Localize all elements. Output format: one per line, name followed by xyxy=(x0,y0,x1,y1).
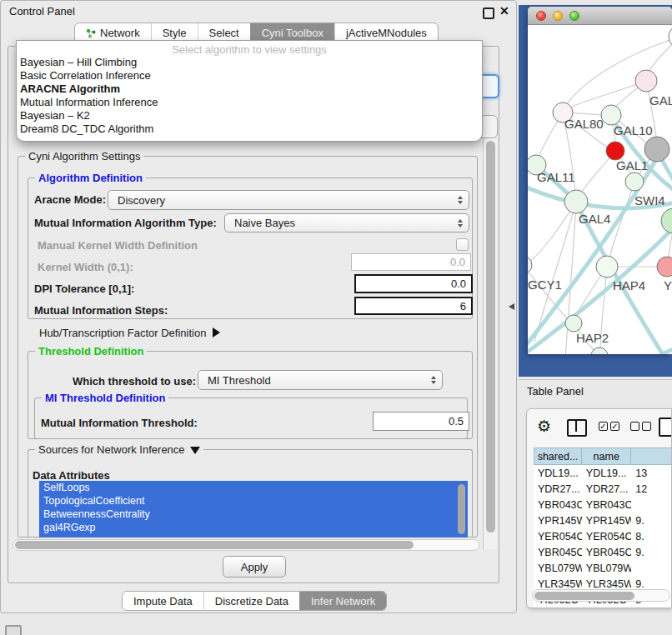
network-node-swi4[interactable] xyxy=(661,208,672,233)
node-label: HAP2 xyxy=(576,331,609,345)
manual-kernel-width-label: Manual Kernel Width Definition xyxy=(38,239,198,252)
network-node[interactable] xyxy=(591,348,608,354)
table-cell: YDR27... xyxy=(534,481,582,497)
mouse-cursor xyxy=(509,303,514,310)
node-label: SWI4 xyxy=(634,193,665,208)
network-node-gal4[interactable] xyxy=(564,190,588,213)
data-attribute-item[interactable]: SelfLoops xyxy=(39,481,468,494)
network-edge xyxy=(647,37,672,75)
algorithm-option[interactable]: Mutual Information Inference xyxy=(17,96,482,109)
control-panel-title: Control Panel xyxy=(9,5,75,18)
table-cell: YPR145W xyxy=(582,512,631,528)
which-threshold-value: MI Threshold xyxy=(208,374,271,387)
network-canvas[interactable]: GALGAL80GAL10GAL1GAL11GAL4SWI4GCY1HAP4YH… xyxy=(528,25,672,354)
select-all-checkbox-icon[interactable]: ✓ xyxy=(599,422,608,431)
table-hscrollbar[interactable] xyxy=(532,589,670,602)
data-attributes-list: SelfLoopsTopologicalCoefficientBetweenne… xyxy=(39,481,468,538)
table-cell: 8. xyxy=(631,528,672,544)
table-row[interactable]: YDR27...YDR27...12 xyxy=(534,481,672,497)
mi-steps-input[interactable]: 6 xyxy=(354,297,473,315)
network-node[interactable] xyxy=(644,137,669,162)
deselect-all-checkbox-icon[interactable] xyxy=(630,422,639,431)
network-node-hap4[interactable] xyxy=(596,256,618,278)
tab-infer-network[interactable]: Infer Network xyxy=(299,592,386,610)
network-window-titlebar[interactable] xyxy=(528,7,672,25)
gear-icon[interactable]: ⚙ xyxy=(537,417,551,436)
algorithm-option[interactable]: Basic Correlation Inference xyxy=(17,69,482,82)
settings-hscrollbar[interactable] xyxy=(13,539,479,551)
mi-threshold-input[interactable]: 0.5 xyxy=(373,412,469,431)
node-label: GAL xyxy=(649,93,672,108)
network-node[interactable] xyxy=(669,25,672,48)
tab-discretize-data[interactable]: Discretize Data xyxy=(203,592,299,610)
table-cell: YBR045C xyxy=(534,544,582,560)
network-node-gcy1[interactable] xyxy=(528,256,532,274)
column-selector-icon[interactable] xyxy=(567,419,587,437)
column-header[interactable]: name xyxy=(582,448,631,465)
manual-kernel-width-checkbox xyxy=(456,238,469,251)
expander-right-icon xyxy=(213,328,220,338)
table-row[interactable]: YBR045CYBR045C9. xyxy=(534,544,672,560)
settings-hscrollbar-thumb[interactable] xyxy=(15,541,414,549)
data-attribute-item[interactable]: TopologicalCoefficient xyxy=(39,494,468,508)
network-edge xyxy=(528,265,567,318)
which-threshold-label: Which threshold to use: xyxy=(73,375,196,388)
data-attribute-item[interactable]: BetweennessCentrality xyxy=(39,508,468,521)
apply-button[interactable]: Apply xyxy=(223,556,286,578)
minimize-traffic-light-icon[interactable] xyxy=(553,11,563,21)
algorithm-option[interactable]: Bayesian – Hill Climbing xyxy=(17,56,482,69)
minimized-panel-icon[interactable] xyxy=(5,625,22,635)
mi-algorithm-type-label: Mutual Information Algorithm Type: xyxy=(34,217,217,229)
table-cell: YDR27... xyxy=(582,481,631,497)
network-node-y[interactable] xyxy=(657,257,672,277)
algorithm-option[interactable]: ARACNE Algorithm xyxy=(17,82,482,96)
network-edge-highlighted xyxy=(628,347,672,354)
network-node-gal10[interactable] xyxy=(601,105,621,125)
settings-vscrollbar[interactable] xyxy=(483,136,497,549)
export-table-icon[interactable] xyxy=(659,418,672,437)
close-traffic-light-icon[interactable] xyxy=(536,11,546,21)
algorithm-dropdown-prompt: Select algorithm to view settings xyxy=(17,41,482,56)
spinner-arrows-icon xyxy=(458,196,463,204)
algorithm-option[interactable]: Bayesian – K2 xyxy=(17,109,482,122)
network-node[interactable] xyxy=(625,172,644,191)
dpi-tolerance-input[interactable]: 0.0 xyxy=(354,274,473,293)
network-node-gal1[interactable] xyxy=(606,142,624,160)
zoom-traffic-light-icon[interactable] xyxy=(569,11,579,21)
sources-group-label[interactable]: Sources for Network Inference xyxy=(35,443,203,456)
node-label: GAL4 xyxy=(579,212,610,226)
table-row[interactable]: YPR145WYPR145W9. xyxy=(534,512,672,528)
threshold-definition-label: Threshold Definition xyxy=(35,345,147,358)
mi-algorithm-type-combo[interactable]: Naive Bayes xyxy=(224,213,469,232)
table-row[interactable]: YBR043CYBR043C xyxy=(534,497,672,512)
network-node-gal[interactable] xyxy=(635,70,657,92)
aracne-mode-combo[interactable]: Discovery xyxy=(108,190,469,210)
table-hscrollbar-thumb[interactable] xyxy=(534,592,634,600)
float-window-icon[interactable] xyxy=(483,8,494,19)
algorithm-option[interactable]: Dream8 DC_TDC Algorithm xyxy=(17,122,482,136)
table-cell: YDL19... xyxy=(582,465,631,481)
which-threshold-combo[interactable]: MI Threshold xyxy=(198,370,443,390)
algorithm-definition-label: Algorithm Definition xyxy=(35,172,146,184)
table-row[interactable]: YER054CYER054C8. xyxy=(534,528,672,544)
column-header[interactable]: shared... xyxy=(534,448,582,465)
kernel-width-label: Kernel Width (0,1): xyxy=(38,261,133,273)
network-tab-icon xyxy=(86,28,96,38)
mi-threshold-label: Mutual Information Threshold: xyxy=(41,417,198,429)
close-icon[interactable]: ✕ xyxy=(499,4,509,18)
deselect-all-checkbox-icon xyxy=(642,422,651,431)
table-row[interactable]: YDL19...YDL19...13 xyxy=(534,465,672,481)
node-table: shared...nameYDL19...YDL19...13YDR27...Y… xyxy=(534,448,672,608)
table-cell: YBR043C xyxy=(582,497,631,512)
hub-definition-expander[interactable]: Hub/Transcription Factor Definition xyxy=(39,327,220,339)
table-panel-title: Table Panel xyxy=(527,385,584,398)
data-attribute-item[interactable]: gal4RGexp xyxy=(39,521,468,534)
table-row[interactable]: YBL079WYBL079W xyxy=(534,560,672,576)
network-node-hap2[interactable] xyxy=(565,315,582,332)
tab-impute-data[interactable]: Impute Data xyxy=(123,592,203,610)
settings-vscrollbar-thumb[interactable] xyxy=(486,141,495,532)
attributes-scrollbar-thumb[interactable] xyxy=(458,484,465,534)
column-header[interactable] xyxy=(631,448,672,465)
table-cell: YBR043C xyxy=(534,497,582,512)
control-panel-window: Control Panel ✕ NetworkStyleSelectCyni T… xyxy=(0,0,517,613)
